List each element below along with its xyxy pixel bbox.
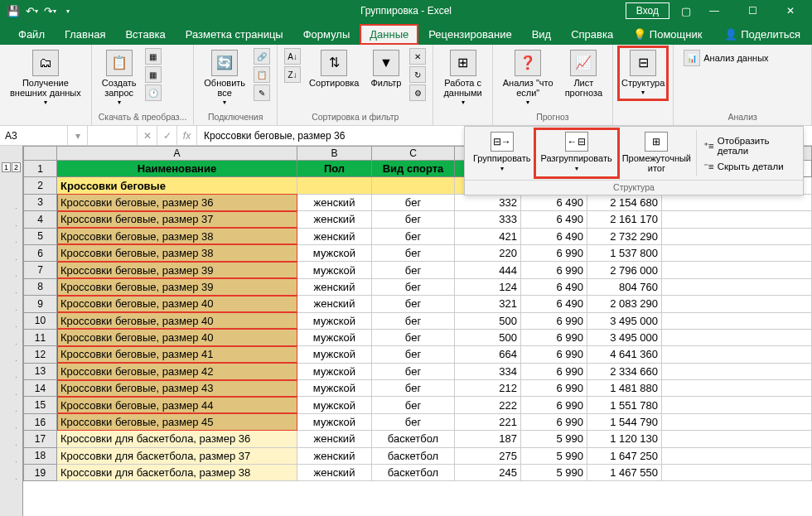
maximize-button[interactable]: ☐ — [734, 0, 771, 22]
total-cell[interactable]: 2 083 290 — [587, 296, 662, 312]
tab-data[interactable]: Данные — [360, 24, 418, 45]
sex-cell[interactable]: мужской — [297, 329, 372, 345]
sport-cell[interactable]: бег — [372, 296, 455, 312]
redo-icon[interactable]: ↷▾ — [41, 2, 58, 19]
whatif-button[interactable]: ❓Анализ "что если"▾ — [500, 48, 557, 109]
name-cell[interactable]: Кроссовки беговые, размер 39 — [57, 262, 297, 278]
tab-file[interactable]: Файл — [8, 24, 55, 45]
qty-cell[interactable]: 275 — [455, 447, 521, 464]
price-cell[interactable]: 6 990 — [521, 312, 587, 329]
empty-cell[interactable] — [662, 262, 812, 278]
sport-cell[interactable]: бег — [372, 329, 455, 345]
header-cell[interactable]: Вид спорта — [372, 161, 455, 177]
outline-dot[interactable]: · — [0, 357, 22, 374]
sport-cell[interactable]: бег — [372, 312, 455, 329]
qty-cell[interactable]: 333 — [455, 211, 521, 228]
sport-cell[interactable]: бег — [372, 194, 455, 210]
total-cell[interactable]: 2 154 680 — [587, 194, 662, 210]
new-query-button[interactable]: 📋Создать запрос▾ — [99, 48, 140, 109]
price-cell[interactable]: 6 990 — [521, 380, 587, 397]
outline-level-1[interactable]: 1 — [2, 162, 11, 172]
data-tools-button[interactable]: ⊞Работа с данными▾ — [440, 48, 485, 109]
empty-cell[interactable] — [662, 397, 812, 413]
total-cell[interactable]: 1 647 250 — [587, 447, 662, 464]
total-cell[interactable]: 804 760 — [587, 278, 662, 295]
structure-button[interactable]: ⊟Структура▾ — [620, 48, 666, 99]
name-cell[interactable]: Кроссовки беговые, размер 39 — [57, 278, 297, 295]
outline-dot[interactable]: · — [0, 205, 22, 221]
empty-cell[interactable] — [662, 447, 812, 464]
empty-cell[interactable] — [662, 380, 812, 397]
empty-cell[interactable] — [662, 278, 812, 295]
total-cell[interactable]: 1 481 880 — [587, 380, 662, 397]
outline-dot[interactable]: · — [0, 340, 22, 357]
outline-level-2[interactable]: 2 — [12, 162, 21, 172]
tab-insert[interactable]: Вставка — [115, 24, 175, 45]
row-header[interactable]: 10 — [24, 312, 57, 329]
total-cell[interactable]: 1 551 780 — [587, 397, 662, 413]
qty-cell[interactable]: 500 — [455, 329, 521, 345]
price-cell[interactable]: 5 990 — [521, 465, 587, 481]
name-cell[interactable]: Кроссовки беговые, размер 36 — [57, 194, 297, 210]
sex-cell[interactable]: мужской — [297, 413, 372, 430]
select-all-corner[interactable] — [24, 147, 57, 161]
share-button[interactable]: 👤 Поделиться — [713, 24, 812, 45]
sport-cell[interactable]: баскетбол — [372, 431, 455, 447]
outline-dot[interactable]: · — [0, 323, 22, 340]
cell[interactable] — [372, 177, 455, 194]
total-cell[interactable]: 2 732 290 — [587, 228, 662, 244]
tab-formulas[interactable]: Формулы — [293, 24, 360, 45]
total-cell[interactable]: 4 641 360 — [587, 346, 662, 363]
qty-cell[interactable]: 334 — [455, 363, 521, 379]
outline-dot[interactable]: · — [0, 239, 22, 255]
price-cell[interactable]: 6 990 — [521, 363, 587, 379]
sex-cell[interactable]: мужской — [297, 363, 372, 379]
tab-pagelayout[interactable]: Разметка страницы — [176, 24, 293, 45]
forecast-button[interactable]: 📈Лист прогноза — [562, 48, 606, 99]
empty-cell[interactable] — [662, 211, 812, 228]
name-cell[interactable]: Кроссовки беговые, размер 40 — [57, 312, 297, 329]
sport-cell[interactable]: бег — [372, 363, 455, 379]
name-cell[interactable]: Кроссовки для баскетбола, размер 38 — [57, 465, 297, 481]
sort-asc-button[interactable]: A↓ — [284, 48, 301, 65]
sport-cell[interactable]: бег — [372, 211, 455, 228]
tab-review[interactable]: Рецензирование — [418, 24, 521, 45]
tab-tellme[interactable]: 💡 Помощник — [623, 24, 712, 45]
sort-desc-button[interactable]: Z↓ — [284, 66, 301, 83]
name-cell[interactable]: Кроссовки беговые, размер 38 — [57, 228, 297, 244]
col-header-c[interactable]: C — [372, 147, 455, 161]
from-table-button[interactable]: ▦ — [145, 66, 162, 83]
row-header[interactable]: 13 — [24, 363, 57, 379]
col-header-b[interactable]: B — [297, 147, 372, 161]
sport-cell[interactable]: бег — [372, 244, 455, 261]
tab-help[interactable]: Справка — [561, 24, 623, 45]
outline-dot[interactable]: · — [0, 475, 22, 492]
sport-cell[interactable]: баскетбол — [372, 465, 455, 481]
name-cell[interactable]: Кроссовки беговые, размер 44 — [57, 397, 297, 413]
empty-cell[interactable] — [662, 363, 812, 379]
filter-button[interactable]: ▼Фильтр — [367, 48, 404, 89]
total-cell[interactable]: 1 544 790 — [587, 413, 662, 430]
row-header[interactable]: 9 — [24, 296, 57, 312]
total-cell[interactable]: 3 495 000 — [587, 329, 662, 345]
qty-cell[interactable]: 124 — [455, 278, 521, 295]
properties-button[interactable]: 📋 — [254, 66, 270, 83]
connections-button[interactable]: 🔗 — [254, 48, 270, 65]
ribbon-opts-icon[interactable]: ▢ — [678, 2, 694, 19]
show-queries-button[interactable]: ▦ — [145, 48, 162, 65]
close-button[interactable]: ✕ — [772, 0, 809, 22]
sex-cell[interactable]: женский — [297, 296, 372, 312]
empty-cell[interactable] — [662, 346, 812, 363]
name-cell[interactable]: Кроссовки беговые, размер 45 — [57, 413, 297, 430]
sex-cell[interactable]: мужской — [297, 312, 372, 329]
row-header[interactable]: 12 — [24, 346, 57, 363]
namebox-dropdown[interactable]: ▾ — [68, 126, 88, 145]
row-header[interactable]: 1 — [24, 161, 57, 177]
name-cell[interactable]: Кроссовки беговые, размер 40 — [57, 329, 297, 345]
row-header[interactable]: 7 — [24, 262, 57, 278]
outline-dot[interactable]: · — [0, 407, 22, 424]
price-cell[interactable]: 5 990 — [521, 447, 587, 464]
empty-cell[interactable] — [662, 312, 812, 329]
price-cell[interactable]: 6 990 — [521, 329, 587, 345]
name-cell[interactable]: Кроссовки беговые, размер 38 — [57, 244, 297, 261]
